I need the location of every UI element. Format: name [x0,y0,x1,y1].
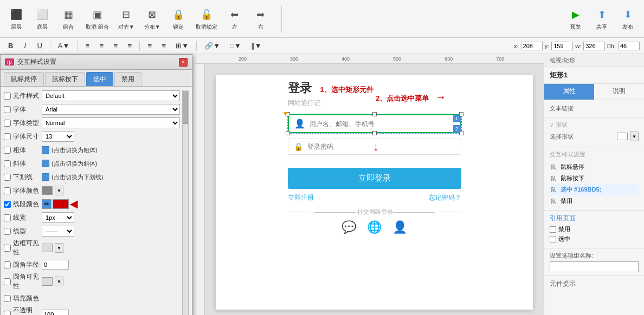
indent-button[interactable]: ⊞▼ [172,40,192,51]
valign-button[interactable]: ≡ [144,40,156,51]
font-size-checkbox[interactable] [4,133,11,140]
bold-toggle[interactable] [42,146,49,154]
underline-button[interactable]: U [33,40,46,51]
font-type-checkbox[interactable] [4,120,11,127]
align-left-button[interactable]: ≡ [81,40,93,51]
interactive-item-hover[interactable]: 鼠 鼠标悬停 [550,161,639,173]
border-visible-checkbox[interactable] [4,245,11,252]
toolbar-ungroup-btn[interactable]: ▣ 取消 组合 [82,5,112,33]
canvas-content[interactable]: 登录 1、选中矩形元件 网站通行证 👤 1 2 [205,64,544,315]
forgot-link[interactable]: 忘记密码？ [429,193,461,202]
tab-selected[interactable]: 选中 [86,72,113,86]
corner-dropdown[interactable]: ▼ [55,277,63,286]
h-input[interactable] [618,42,640,50]
line-color-edit-btn[interactable]: ✏ [42,199,51,209]
underline-checkbox[interactable] [4,174,11,181]
group-name-input[interactable] [550,261,639,272]
toolbar-share[interactable]: ⬆ 共享 [590,5,614,33]
border-button[interactable]: □▼ [226,40,245,51]
dialog-close-button[interactable]: × [179,58,188,67]
bold-text[interactable]: (点击切换为粗体) [51,146,97,154]
tab-disabled[interactable]: 禁用 [114,72,141,86]
border-radius-checkbox[interactable] [4,261,11,268]
font-color-checkbox[interactable] [4,187,11,194]
toolbar-bottom-layer[interactable]: ⬜ 底层 [30,5,54,33]
font-color-swatch[interactable] [42,186,53,195]
element-style-checkbox[interactable] [4,93,11,100]
right-tab-properties[interactable]: 属性 [544,84,594,100]
register-link[interactable]: 立即注册 [288,193,314,202]
toolbar-unlock[interactable]: 🔓 取消锁定 [192,5,221,33]
font-size-select[interactable]: 13 [42,131,74,142]
shape-dropdown[interactable]: ▼ [630,132,639,141]
line-color-checkbox[interactable] [4,201,11,208]
interactive-item-selected[interactable]: 鼠 选中 #169BD5; [550,184,639,195]
font-color-button[interactable]: A▼ [54,40,74,51]
toolbar-publish[interactable]: ⬇ 发布 [616,5,640,33]
shape-box[interactable] [617,133,628,140]
font-type-select[interactable]: Normal [42,117,180,128]
toolbar-ungroup-label: 取消 组合 [86,23,109,31]
fill-checkbox[interactable] [4,295,11,302]
toolbar-left[interactable]: ⬅ 左 [223,5,247,33]
align-right-button[interactable]: ≡ [110,40,121,51]
opacity-checkbox[interactable] [4,311,11,315]
line-width-checkbox[interactable] [4,214,11,221]
line-type-select[interactable]: —— [42,226,74,237]
fill-button[interactable]: ∥▼ [247,40,266,51]
right-tab-notes[interactable]: 说明 [594,84,644,100]
toolbar-right[interactable]: ➡ 右 [249,5,273,33]
toolbar-align-label: 对齐▼ [118,23,134,31]
bold-button[interactable]: B [4,40,17,51]
italic-text[interactable]: (点击切换为斜体) [51,160,97,168]
align-justify-button[interactable]: ≡ [124,40,136,51]
qq-icon[interactable]: 👤 [392,220,407,234]
username-input-wrap[interactable]: 👤 1 2 [288,114,461,133]
scroll-thumb[interactable] [183,91,188,124]
corner-visible-checkbox[interactable] [4,278,11,285]
y-input[interactable] [551,42,573,50]
italic-button[interactable]: I [19,40,31,51]
italic-checkbox[interactable] [4,160,11,167]
weibo-icon[interactable]: 🌐 [367,220,382,234]
username-input[interactable] [310,120,455,128]
bold-checkbox[interactable] [4,147,11,154]
border-radius-input[interactable] [42,260,69,270]
wechat-icon[interactable]: 💬 [342,220,356,234]
line-width-select[interactable]: 1px [42,212,74,223]
toolbar-align[interactable]: ⊟ 对齐▼ [114,5,138,33]
text-link-section: 文本链接 [544,100,644,117]
password-input[interactable] [307,143,455,150]
x-input[interactable] [521,42,543,50]
toolbar-preview[interactable]: ▶ 预览 [564,5,588,33]
font-color-dropdown[interactable]: ▼ [55,186,63,195]
tab-mousedown[interactable]: 鼠标按下 [45,72,85,86]
interactive-item-disabled[interactable]: 鼠 禁用 [550,195,639,207]
underline-toggle[interactable] [42,173,49,181]
toolbar-layer[interactable]: ⬛ 层层 [4,5,28,33]
toolbar-distribute[interactable]: ⊠ 分布▼ [140,5,164,33]
tab-hover[interactable]: 鼠标悬停 [4,72,44,86]
underline-text[interactable]: (点击切换为下划线) [51,173,103,181]
toolbar-lock[interactable]: 🔒 锁定 [166,5,190,33]
quote-disabled-checkbox[interactable] [550,226,556,233]
list-button[interactable]: ≡ [158,40,170,51]
login-button[interactable]: 立即登录 [288,168,461,189]
element-style-select[interactable]: Default [42,90,180,101]
dialog-scrollbar[interactable] [182,90,189,315]
line-type-checkbox[interactable] [4,228,11,235]
align-center-button[interactable]: ≡ [95,40,107,51]
toolbar-group-btn[interactable]: ▦ 组合 [56,5,80,33]
border-visible-dropdown[interactable]: ▼ [55,243,63,253]
border-visible-swatch[interactable] [42,244,53,252]
font-checkbox[interactable] [4,106,11,113]
font-select[interactable]: Arial [42,104,180,115]
quote-selected-checkbox[interactable] [550,236,556,242]
corner-swatch[interactable] [42,277,53,286]
italic-toggle[interactable] [42,160,49,167]
w-input[interactable] [583,42,605,50]
opacity-input[interactable] [42,310,69,316]
interactive-item-mousedown[interactable]: 鼠 鼠标按下 [550,173,639,184]
line-color-swatch[interactable] [53,199,69,209]
link-button[interactable]: 🔗▼ [201,40,224,51]
